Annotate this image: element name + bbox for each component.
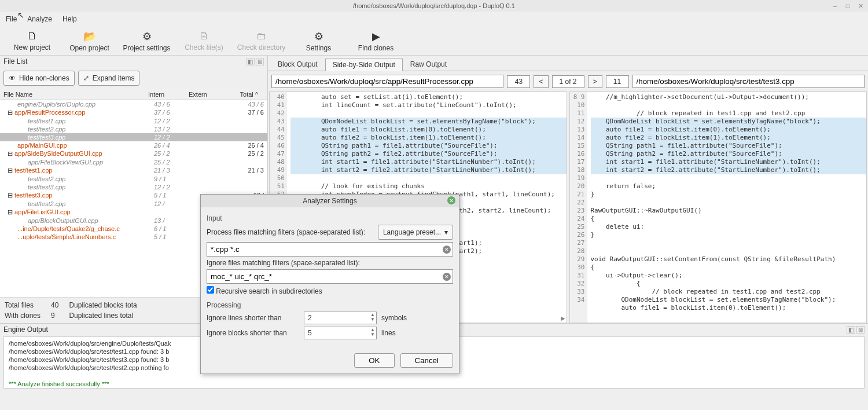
menu-analyze[interactable]: Analyze (27, 15, 52, 23)
tree-row[interactable]: ⊟ app/ResultProcessor.cpp37 / 637 / 6 (0, 108, 267, 117)
check-directory-button[interactable]: 🗀Check directory (234, 28, 289, 54)
process-filter-input[interactable] (207, 242, 453, 257)
col-filename[interactable]: File Name (3, 91, 148, 98)
check-files-button[interactable]: 🗎Check file(s) (176, 28, 231, 54)
new-project-button[interactable]: 🗋New project (5, 28, 60, 54)
window-title: /home/osboxes/Work/duploq/src/duploq.dqp… (353, 2, 515, 9)
ignore-filter-input[interactable] (207, 269, 453, 284)
right-code[interactable]: //m_highlighter->setDocument(ui->Output-… (587, 92, 867, 323)
col-extern[interactable]: Extern (189, 91, 229, 98)
ignore-lines-spinner[interactable]: 2▲▼ (304, 312, 377, 324)
tree-row[interactable]: app/MainGUI.cpp26 / 426 / 4 (0, 141, 267, 149)
tree-row[interactable]: ⊟ app/SideBySideOutputGUI.cpp25 / 225 / … (0, 149, 267, 158)
project-settings-button[interactable]: ⚙Project settings (119, 28, 174, 54)
ignore-filter-label: Ignore files matching filters (space-sep… (207, 259, 453, 267)
play-icon: ▶ (372, 30, 380, 43)
gear-icon: ⚙ (314, 30, 323, 43)
language-preset-button[interactable]: Language preset...▾ (378, 225, 453, 240)
analyzer-settings-dialog: Analyzer Settings ✕ Input Process files … (200, 194, 459, 374)
file-list-title: File List (3, 57, 27, 65)
file-plus-icon: 🗋 (27, 30, 38, 42)
dialog-title[interactable]: Analyzer Settings ✕ (201, 195, 459, 207)
expand-toggle-icon[interactable]: ⊟ (7, 109, 13, 116)
eye-off-icon: 👁 (9, 74, 16, 82)
expand-icon: ⤢ (83, 74, 89, 82)
tree-row[interactable]: engine/Duplo/src/Duplo.cpp43 / 643 / 6 (0, 100, 267, 108)
col-total[interactable]: Total ^ (229, 91, 264, 98)
folder-icon: 🗀 (256, 30, 267, 42)
expand-toggle-icon[interactable]: ⊟ (7, 192, 13, 199)
expand-items-button[interactable]: ⤢Expand items (78, 71, 140, 86)
right-gutter: 8 9 10 11 12 13 14 15 16 17 18 19 20 21 … (570, 92, 587, 323)
process-filter-label: Process files matching filters (space-se… (207, 228, 365, 236)
clear-icon[interactable]: ✕ (443, 273, 451, 281)
dup-lines-label: Duplicated lines total (69, 312, 137, 320)
toolbar: 🗋New project 📂Open project ⚙Project sett… (0, 27, 868, 56)
tree-row[interactable]: test/test3.cpp12 / 2 (0, 183, 267, 191)
spinner-arrows-icon[interactable]: ▲▼ (370, 313, 375, 322)
files-icon: 🗎 (199, 30, 209, 42)
ignore-blocks-spinner[interactable]: 5▲▼ (304, 327, 377, 339)
maximize-icon[interactable]: □ (844, 2, 852, 10)
close-icon[interactable]: ✕ (856, 2, 865, 10)
undock-icon[interactable]: ◧ (847, 326, 855, 334)
scroll-right-icon[interactable]: ▶ (561, 315, 565, 321)
tab-block-output[interactable]: Block Output (270, 57, 325, 71)
right-line-number: 11 (606, 75, 629, 88)
cancel-button[interactable]: Cancel (400, 353, 454, 368)
engine-output-title: Engine Output (3, 325, 48, 334)
ignore-blocks-label: Ignore blocks shorter than (207, 329, 299, 337)
tree-header: File Name Intern Extern Total ^ (0, 89, 267, 100)
left-line-number: 43 (507, 75, 530, 88)
total-files-value: 40 (51, 301, 58, 309)
folder-open-icon: 📂 (83, 30, 96, 43)
with-clones-value: 9 (51, 312, 58, 320)
ok-button[interactable]: OK (354, 353, 394, 368)
right-path-input[interactable] (632, 75, 865, 88)
tree-row[interactable]: ⊟ test/test1.cpp21 / 321 / 3 (0, 166, 267, 175)
tab-raw-output[interactable]: Raw Output (403, 57, 454, 71)
expand-toggle-icon[interactable]: ⊟ (7, 208, 13, 216)
menubar: File Analyze Help (0, 12, 868, 27)
tree-row[interactable]: test/test1.cpp12 / 2 (0, 117, 267, 125)
nav-bar: 43 < 1 of 2 > 11 (268, 71, 868, 91)
col-intern[interactable]: Intern (148, 91, 189, 98)
clone-position: 1 of 2 (552, 75, 584, 88)
prev-clone-button[interactable]: < (534, 75, 548, 88)
tree-row[interactable]: test/test2.cpp13 / 2 (0, 125, 267, 133)
sort-asc-icon: ^ (255, 91, 258, 98)
dup-blocks-label: Duplicated blocks tota (69, 301, 137, 309)
minimize-icon[interactable]: – (831, 2, 839, 10)
expand-toggle-icon[interactable]: ⊟ (7, 150, 13, 158)
next-clone-button[interactable]: > (588, 75, 602, 88)
expand-toggle-icon[interactable]: ⊟ (7, 167, 13, 174)
clear-icon[interactable]: ✕ (443, 246, 451, 254)
open-project-button[interactable]: 📂Open project (62, 28, 117, 54)
tab-side-by-side[interactable]: Side-by-Side Output (325, 58, 403, 71)
processing-section-header: Processing (207, 301, 453, 309)
tree-row[interactable]: test/test2.cpp9 / 1 (0, 175, 267, 183)
dialog-close-icon[interactable]: ✕ (447, 196, 455, 204)
gear-icon: ⚙ (142, 30, 152, 43)
hide-non-clones-button[interactable]: 👁Hide non-clones (3, 71, 75, 86)
tree-row[interactable]: test/test3.cpp12 / 2 (0, 133, 267, 141)
find-clones-button[interactable]: ▶Find clones (348, 28, 403, 54)
ignore-lines-label: Ignore lines shorter than (207, 314, 299, 322)
tree-row[interactable]: app/FileBlockViewGUI.cpp25 / 2 (0, 158, 267, 166)
undock-icon[interactable]: ◧ (246, 58, 255, 65)
panel-close-icon[interactable]: ⊠ (256, 58, 264, 65)
panel-close-icon[interactable]: ⊠ (856, 326, 865, 334)
settings-button[interactable]: ⚙Settings (291, 28, 346, 54)
left-path-input[interactable] (271, 75, 503, 88)
spinner-arrows-icon[interactable]: ▲▼ (370, 328, 375, 337)
output-tabs: Block Output Side-by-Side Output Raw Out… (268, 56, 868, 71)
menu-help[interactable]: Help (62, 15, 77, 23)
input-section-header: Input (207, 214, 453, 222)
chevron-down-icon: ▾ (444, 228, 448, 236)
recursive-checkbox[interactable]: Recursive search in subdirectories (207, 286, 322, 295)
menu-file[interactable]: File (6, 15, 17, 23)
titlebar: /home/osboxes/Work/duploq/src/duploq.dqp… (0, 0, 868, 12)
right-code-pane[interactable]: 8 9 10 11 12 13 14 15 16 17 18 19 20 21 … (569, 91, 867, 323)
